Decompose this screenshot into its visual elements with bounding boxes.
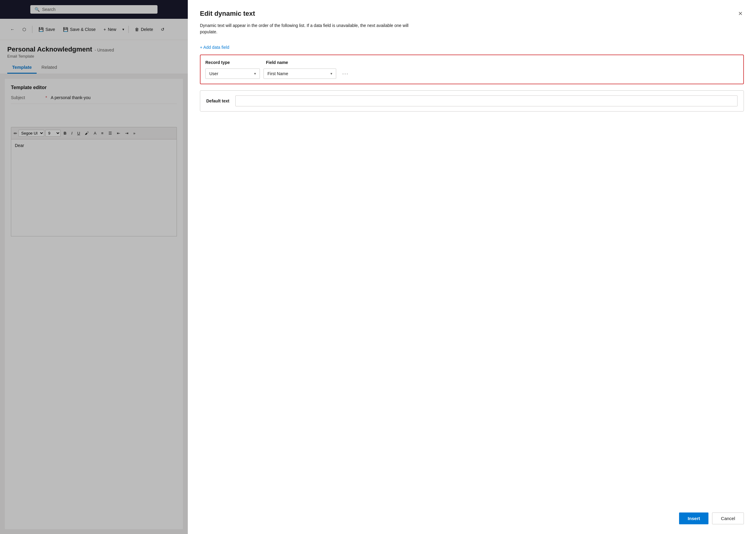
default-text-section: Default text bbox=[200, 90, 744, 112]
underline-button[interactable]: U bbox=[75, 130, 82, 137]
bullets-button[interactable]: ☰ bbox=[107, 130, 114, 137]
pencil-icon: ✏ bbox=[14, 131, 17, 136]
close-button[interactable]: ✕ bbox=[737, 10, 744, 17]
divider-1 bbox=[11, 104, 177, 104]
save-button[interactable]: 💾 Save bbox=[36, 25, 58, 34]
add-data-field-button[interactable]: + Add data field bbox=[200, 43, 744, 51]
editor-title: Template editor bbox=[11, 85, 177, 90]
dialog-header: Edit dynamic text ✕ bbox=[200, 10, 744, 17]
right-panel: Edit dynamic text ✕ Dynamic text will ap… bbox=[188, 0, 756, 534]
italic-button[interactable]: I bbox=[69, 130, 74, 137]
record-type-chevron: ▾ bbox=[254, 71, 256, 76]
refresh-button[interactable]: ↺ bbox=[158, 25, 168, 34]
separator-2 bbox=[128, 26, 129, 33]
highlight-button[interactable]: 🖌 bbox=[83, 130, 91, 137]
font-size-select[interactable]: 9 bbox=[45, 130, 61, 137]
record-type-dropdown[interactable]: User ▾ bbox=[205, 69, 260, 79]
unsaved-badge: - Unsaved bbox=[94, 47, 114, 52]
page-subtitle: Email Template bbox=[7, 54, 180, 59]
share-button[interactable]: ⬡ bbox=[19, 25, 29, 34]
editor-body[interactable]: Dear bbox=[11, 139, 177, 237]
data-field-section: Record type Field name User ▾ First Name… bbox=[200, 55, 744, 84]
bold-button[interactable]: B bbox=[62, 130, 68, 137]
share-icon: ⬡ bbox=[22, 27, 26, 32]
quote-button[interactable]: » bbox=[131, 130, 137, 137]
more-options-button[interactable]: ··· bbox=[340, 70, 351, 78]
save-close-button[interactable]: 💾 Save & Close bbox=[60, 25, 99, 34]
field-name-chevron: ▾ bbox=[331, 71, 332, 76]
search-box[interactable]: 🔍 Search bbox=[30, 5, 157, 14]
cancel-button[interactable]: Cancel bbox=[712, 513, 744, 524]
dropdown-arrow[interactable]: ▾ bbox=[121, 26, 125, 33]
required-star: * bbox=[45, 95, 47, 100]
refresh-icon: ↺ bbox=[161, 27, 164, 32]
page-title: Personal Acknowledgment bbox=[7, 45, 92, 53]
template-editor: Template editor Subject * A personal tha… bbox=[5, 79, 183, 529]
outdent-button[interactable]: ⇤ bbox=[115, 130, 122, 137]
dialog-description: Dynamic text will appear in the order of… bbox=[200, 22, 412, 35]
page-header: Personal Acknowledgment - Unsaved Email … bbox=[0, 40, 188, 74]
data-field-header: Record type Field name bbox=[205, 60, 739, 65]
new-icon: + bbox=[104, 27, 106, 32]
insert-button[interactable]: Insert bbox=[679, 513, 709, 524]
default-text-label: Default text bbox=[206, 98, 229, 103]
toolbar: ← ⬡ 💾 Save 💾 Save & Close + New ▾ 🗑 Dele… bbox=[0, 19, 188, 40]
delete-button[interactable]: 🗑 Delete bbox=[132, 25, 156, 34]
align-left-button[interactable]: ≡ bbox=[99, 130, 105, 137]
tab-template[interactable]: Template bbox=[7, 62, 37, 74]
tabs: Template Related bbox=[7, 62, 180, 74]
delete-icon: 🗑 bbox=[135, 27, 139, 32]
search-icon: 🔍 bbox=[35, 7, 40, 12]
editor-body-text: Dear bbox=[15, 143, 24, 148]
indent-button[interactable]: ⇥ bbox=[123, 130, 130, 137]
subject-value: A personal thank-you bbox=[51, 95, 177, 100]
field-name-value: First Name bbox=[267, 71, 288, 76]
subject-label: Subject bbox=[11, 95, 41, 100]
save-close-icon: 💾 bbox=[63, 27, 68, 32]
save-icon: 💾 bbox=[39, 27, 43, 32]
field-name-dropdown[interactable]: First Name ▾ bbox=[263, 69, 336, 79]
new-button[interactable]: + New bbox=[100, 25, 119, 34]
subject-row: Subject * A personal thank-you bbox=[11, 95, 177, 100]
dialog-footer: Insert Cancel bbox=[200, 506, 744, 524]
tab-related[interactable]: Related bbox=[37, 62, 62, 74]
back-icon: ← bbox=[10, 27, 14, 32]
format-toolbar: ✏ Segoe UI 9 B I U 🖌 A ≡ ☰ ⇤ ⇥ » bbox=[11, 127, 177, 139]
back-button[interactable]: ← bbox=[7, 25, 17, 34]
top-bar: 🔍 Search bbox=[0, 0, 188, 19]
record-type-header: Record type bbox=[205, 60, 266, 65]
dialog-title: Edit dynamic text bbox=[200, 10, 255, 17]
search-placeholder: Search bbox=[42, 7, 55, 12]
font-family-select[interactable]: Segoe UI bbox=[18, 130, 44, 137]
field-name-header: Field name bbox=[266, 60, 739, 65]
font-color-button[interactable]: A bbox=[92, 130, 98, 137]
default-text-input[interactable] bbox=[235, 96, 738, 106]
data-field-row: User ▾ First Name ▾ ··· bbox=[205, 69, 739, 79]
record-type-value: User bbox=[209, 71, 218, 76]
spacer bbox=[11, 109, 177, 127]
dialog: Edit dynamic text ✕ Dynamic text will ap… bbox=[188, 0, 756, 534]
